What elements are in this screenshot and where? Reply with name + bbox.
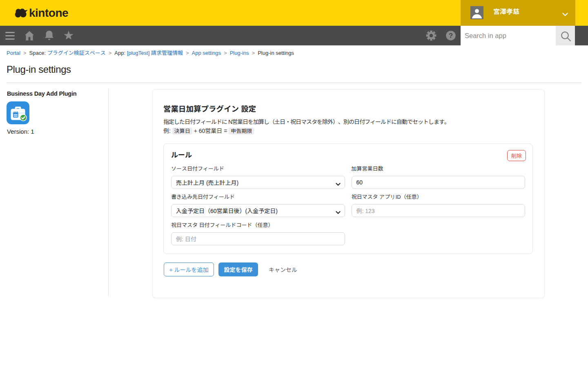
- svg-text:?: ?: [449, 32, 453, 40]
